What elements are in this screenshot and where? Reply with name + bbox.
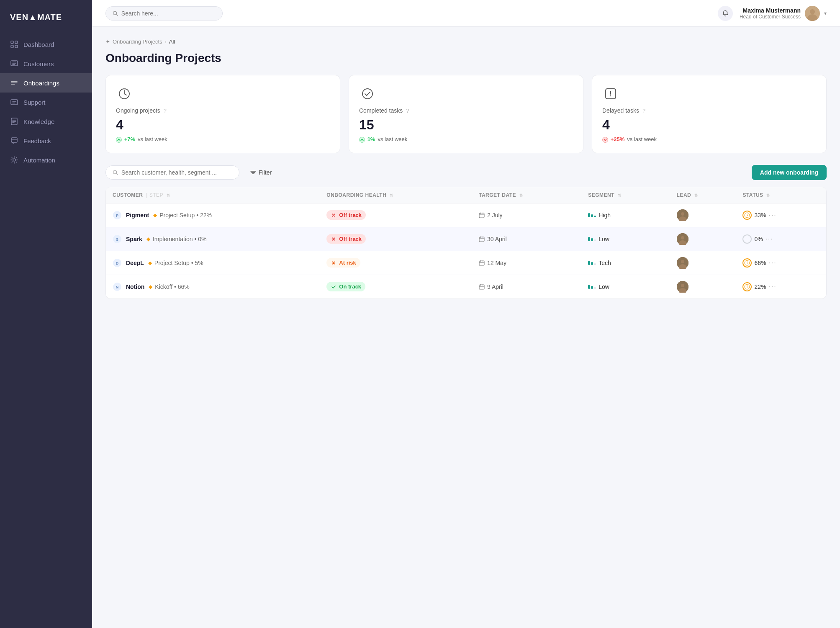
sidebar-nav: Dashboard Customers (0, 35, 92, 620)
delayed-label: Delayed tasks (602, 107, 639, 114)
svg-rect-40 (479, 213, 484, 218)
chevron-down-icon: ▾ (824, 10, 827, 16)
sidebar-item-label-support: Support (23, 99, 46, 106)
filter-button[interactable]: Filter (244, 166, 277, 179)
trend-up-icon (116, 137, 122, 143)
status-cell: 66% ··· (736, 251, 826, 275)
table-search-icon (113, 170, 118, 175)
customer-cell[interactable]: P Pigment ◆ Project Setup • 22% (106, 203, 320, 227)
step-diamond-icon: ◆ (148, 260, 152, 266)
row-menu-button[interactable]: ··· (766, 235, 773, 243)
svg-point-77 (681, 284, 684, 287)
customer-cell[interactable]: S Spark ◆ Implementation • 0% (106, 227, 320, 251)
sidebar-item-onboardings[interactable]: Onboardings (0, 73, 92, 93)
user-profile[interactable]: Maxima Mustermann Head of Customer Succe… (740, 6, 827, 21)
row-menu-button[interactable]: ··· (768, 283, 776, 291)
user-text: Maxima Mustermann Head of Customer Succe… (740, 7, 801, 20)
col-segment[interactable]: SEGMENT ⇅ (581, 187, 670, 203)
row-menu-button[interactable]: ··· (768, 259, 776, 267)
segment-cell: Tech (581, 251, 670, 275)
date-sort-icon[interactable]: ⇅ (519, 193, 523, 198)
add-onboarding-button[interactable]: Add new onboarding (752, 165, 827, 180)
status-ring (742, 282, 752, 291)
step-diamond-icon: ◆ (149, 284, 152, 290)
completed-info-icon[interactable]: ? (406, 108, 409, 114)
table-row[interactable]: S Spark ◆ Implementation • 0% Off track (106, 227, 826, 251)
breadcrumb-separator: › (165, 39, 167, 45)
completed-label: Completed tasks (359, 107, 403, 114)
customer-sort-icon[interactable]: ⇅ (167, 193, 170, 198)
delayed-header: Delayed tasks ? (602, 107, 816, 114)
sidebar-item-feedback[interactable]: Feedback (0, 131, 92, 150)
sidebar-item-dashboard[interactable]: Dashboard (0, 35, 92, 54)
completed-header: Completed tasks ? (359, 107, 573, 114)
customer-name: Spark (126, 236, 142, 242)
ongoing-value: 4 (116, 117, 330, 133)
lead-avatar (677, 233, 688, 245)
health-cell: At risk (320, 251, 472, 275)
col-lead[interactable]: LEAD ⇅ (670, 187, 736, 203)
delayed-trend-label: vs last week (627, 136, 657, 142)
global-search-input[interactable] (121, 10, 216, 17)
calendar-icon (479, 260, 485, 266)
col-status[interactable]: STATUS ⇅ (736, 187, 826, 203)
table-search-input[interactable] (121, 169, 232, 176)
dashboard-icon (10, 40, 18, 49)
sidebar-item-label-feedback: Feedback (23, 137, 51, 144)
segment-cell: Low (581, 227, 670, 251)
table-row[interactable]: P Pigment ◆ Project Setup • 22% Off trac… (106, 203, 826, 227)
date-cell: 12 May (472, 251, 581, 275)
ongoing-trend-label: vs last week (138, 136, 167, 142)
table-row[interactable]: N Notion ◆ Kickoff • 66% On track (106, 275, 826, 299)
avatar-image (805, 6, 820, 21)
health-sort-icon[interactable]: ⇅ (390, 193, 393, 198)
health-badge: At risk (326, 258, 360, 268)
ongoing-header: Ongoing projects ? (116, 107, 330, 114)
sidebar-item-customers[interactable]: Customers (0, 54, 92, 73)
segment-cell: Low (581, 275, 670, 299)
sidebar-item-automation[interactable]: Automation (0, 150, 92, 170)
svg-rect-72 (479, 285, 484, 289)
svg-line-33 (116, 173, 118, 175)
segment-sort-icon[interactable]: ⇅ (618, 193, 622, 198)
ongoing-icon (116, 85, 133, 102)
global-search[interactable] (105, 6, 223, 21)
feedback-icon (10, 136, 18, 145)
calendar-icon (479, 236, 485, 242)
completed-trend-label: vs last week (378, 136, 407, 142)
sidebar-item-support[interactable]: Support (0, 93, 92, 112)
logo-text: VEN▲MATE (10, 13, 62, 22)
svg-text:N: N (116, 285, 119, 289)
user-name: Maxima Mustermann (740, 7, 801, 14)
table-search[interactable] (105, 165, 239, 180)
notifications-button[interactable] (718, 6, 733, 21)
svg-rect-0 (11, 41, 13, 44)
bell-icon (722, 10, 729, 17)
lead-cell (670, 227, 736, 251)
row-menu-button[interactable]: ··· (768, 211, 776, 219)
col-customer[interactable]: CUSTOMER | STEP ⇅ (106, 187, 320, 203)
col-date[interactable]: TARGET DATE ⇅ (472, 187, 581, 203)
customer-cell[interactable]: D DeepL ◆ Project Setup • 5% (106, 251, 320, 275)
sidebar-item-label-onboardings: Onboardings (23, 80, 59, 87)
breadcrumb-parent[interactable]: Onboarding Projects (113, 39, 162, 45)
sidebar-item-knowledge[interactable]: Knowledge (0, 112, 92, 131)
status-ring (742, 211, 752, 220)
svg-point-45 (681, 212, 684, 216)
status-sort-icon[interactable]: ⇅ (766, 193, 770, 198)
user-role: Head of Customer Success (740, 14, 801, 20)
status-value: 66% (754, 260, 766, 266)
svg-point-26 (362, 89, 372, 99)
table-row[interactable]: D DeepL ◆ Project Setup • 5% At risk (106, 251, 826, 275)
support-icon (10, 98, 18, 106)
stat-card-delayed: Delayed tasks ? 4 +25% vs last week (592, 75, 827, 153)
ongoing-info-icon[interactable]: ? (164, 108, 167, 114)
delayed-info-icon[interactable]: ? (642, 108, 645, 114)
status-ring (742, 234, 752, 244)
lead-avatar (677, 209, 688, 221)
lead-sort-icon[interactable]: ⇅ (694, 193, 698, 198)
customer-cell[interactable]: N Notion ◆ Kickoff • 66% (106, 275, 320, 299)
trend-up-icon2 (359, 137, 365, 143)
col-health[interactable]: ONBOARDING HEALTH ⇅ (320, 187, 472, 203)
sidebar-item-label-customers: Customers (23, 60, 54, 67)
